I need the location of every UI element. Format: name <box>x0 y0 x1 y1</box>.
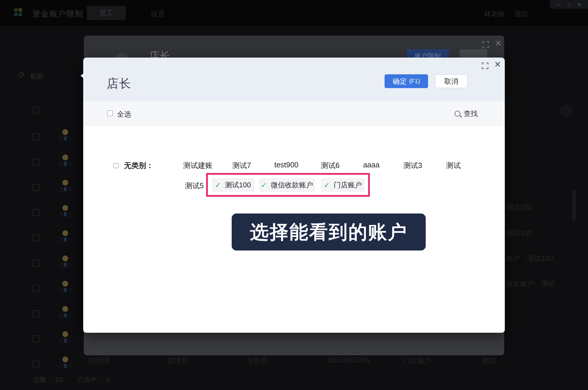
avatar <box>58 180 72 193</box>
bg-row-checkbox <box>32 310 39 317</box>
annotation-tooltip-text: 选择能看到的账户 <box>250 219 407 245</box>
cancel-button[interactable]: 取消 <box>435 74 467 88</box>
search-icon <box>455 111 460 117</box>
account-option[interactable]: 测试建账 <box>183 161 213 170</box>
check-icon: ✓ <box>215 181 221 189</box>
bg-cell: 测试 <box>482 356 496 365</box>
fullscreen-icon[interactable] <box>482 41 489 48</box>
check-icon: ✓ <box>324 181 330 189</box>
app-title: 资金账户限制 <box>32 9 83 19</box>
bg-row-checkbox <box>32 260 39 267</box>
refresh-icon[interactable]: ⟳ <box>18 70 25 80</box>
selected-account-chip[interactable]: ✓ 测试100 <box>212 179 254 191</box>
confirm-button[interactable]: 确定 (F1) <box>385 74 428 88</box>
bg-row-checkbox <box>32 209 39 216</box>
tab-employees[interactable]: 员工 <box>87 6 126 20</box>
select-all-checkbox[interactable] <box>107 110 113 116</box>
window-controls: — □ ✕ <box>550 0 588 9</box>
window-close-icon[interactable]: ✕ <box>577 2 581 7</box>
close-icon[interactable]: ✕ <box>495 39 502 48</box>
select-all-label: 全选 <box>117 110 131 119</box>
group-label: 无类别： <box>124 161 153 170</box>
bg-row-checkbox <box>32 361 39 368</box>
avatar <box>58 306 72 320</box>
dialog-header: 店长 确定 (F1) 取消 ✕ <box>83 58 505 101</box>
annotation-tooltip: 选择能看到的账户 <box>232 214 426 251</box>
scrollbar[interactable] <box>572 190 576 221</box>
selected-account-chip[interactable]: ✓ 门店账户 <box>321 179 364 191</box>
bg-cell: 门店账户 <box>403 356 432 365</box>
refresh-button[interactable]: 刷新 <box>30 72 44 81</box>
check-icon: ✓ <box>261 181 267 189</box>
user-name[interactable]: 林老板 <box>484 9 505 19</box>
screen: 资金账户限制 员工 设置 林老板 退出 — □ ✕ ⟳ 刷新 <box>0 0 588 390</box>
account-option[interactable]: 测试 <box>446 161 461 170</box>
selected-account-chip[interactable]: ✓ 微信收款账户 <box>260 179 314 191</box>
app-logo-icon <box>14 8 22 16</box>
avatar <box>58 129 72 143</box>
bg-row-checkbox <box>32 335 39 342</box>
avatar <box>58 331 72 345</box>
bg-select-all-checkbox <box>32 107 39 114</box>
minimize-icon[interactable]: — <box>557 2 561 7</box>
bg-cell: 测试100 <box>506 228 532 238</box>
bg-cell: 刘经理 <box>88 356 109 365</box>
account-option[interactable]: 测试6 <box>321 161 340 170</box>
selection-summary: 总数： 22 已选中： 0 <box>33 375 110 384</box>
bg-cell: 账户，测试100 <box>506 254 553 263</box>
confirm-shortcut: (F1) <box>409 78 420 85</box>
bg-row-checkbox <box>32 234 39 241</box>
logout-button[interactable]: 退出 <box>514 9 529 19</box>
fullscreen-icon[interactable] <box>482 63 488 69</box>
avatar <box>58 205 72 218</box>
account-option[interactable]: 测试3 <box>403 161 422 170</box>
confirm-label: 确定 <box>393 77 407 86</box>
avatar <box>58 255 72 269</box>
search-label: 查找 <box>464 109 478 118</box>
bg-cell: 18523452345 <box>326 356 370 364</box>
bg-row-checkbox <box>32 285 39 292</box>
account-option[interactable]: aaaa <box>363 161 380 169</box>
account-option[interactable]: test900 <box>274 161 298 169</box>
back-dialog-footer <box>84 333 504 355</box>
close-icon[interactable]: ✕ <box>494 60 501 69</box>
bg-row-checkbox <box>32 159 39 166</box>
bg-cell: 测试100 <box>506 203 532 212</box>
tab-settings[interactable]: 设置 <box>151 9 165 19</box>
avatar <box>58 357 72 370</box>
bg-cell: 收款账户，测试 <box>506 279 555 288</box>
bg-row-checkbox <box>32 184 39 191</box>
left-arrow-wedge <box>81 73 83 78</box>
store-manager-dialog: 店长 确定 (F1) 取消 ✕ 全选 查找 无类别： 测试建账 测试7 test… <box>83 58 505 333</box>
dimmed-round-button <box>559 105 572 117</box>
avatar <box>58 281 72 294</box>
dialog-toolbar: 全选 查找 <box>83 101 505 126</box>
chip-label: 门店账户 <box>334 180 362 190</box>
avatar <box>58 154 72 168</box>
bg-row-checkbox <box>32 133 39 140</box>
chip-label: 测试100 <box>225 180 251 190</box>
top-bar: 资金账户限制 员工 设置 林老板 退出 — □ ✕ <box>0 0 588 26</box>
maximize-icon[interactable]: □ <box>568 2 571 7</box>
account-option[interactable]: 测试5 <box>185 181 204 191</box>
avatar <box>58 230 72 244</box>
search-control[interactable]: 查找 <box>455 109 478 118</box>
dialog-title: 店长 <box>107 75 131 92</box>
chip-label: 微信收款账户 <box>271 180 313 190</box>
account-option[interactable]: 测试7 <box>232 161 251 170</box>
bg-cell: 仓管员 <box>246 356 268 365</box>
group-checkbox[interactable] <box>113 163 119 168</box>
bg-cell: 管理员 <box>167 356 188 365</box>
